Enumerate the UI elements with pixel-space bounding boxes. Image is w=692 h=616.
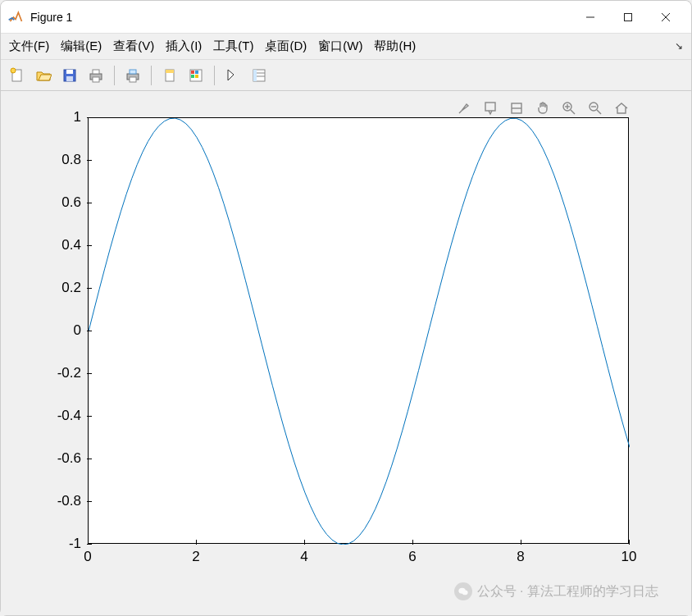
toolbar-separator bbox=[151, 66, 152, 85]
figure-area: -1-0.8-0.6-0.4-0.200.20.40.60.81 0246810… bbox=[1, 91, 691, 615]
svg-rect-7 bbox=[66, 70, 73, 74]
zoom-out-icon[interactable] bbox=[585, 98, 606, 119]
print-preview-button[interactable] bbox=[121, 64, 144, 87]
datatip-icon[interactable] bbox=[480, 98, 501, 119]
y-tick-label: 0.2 bbox=[48, 280, 81, 296]
menu-edit[interactable]: 编辑(E) bbox=[61, 39, 102, 54]
x-tick-label: 4 bbox=[300, 549, 307, 565]
axes-toolbar bbox=[453, 98, 632, 119]
dock-arrow-icon[interactable]: ↘ bbox=[675, 40, 683, 52]
inspector-button[interactable] bbox=[248, 64, 271, 87]
toolbar-separator bbox=[114, 66, 115, 85]
rotate-icon[interactable] bbox=[506, 98, 527, 119]
window-title: Figure 1 bbox=[30, 11, 72, 24]
home-icon[interactable] bbox=[611, 98, 632, 119]
axes[interactable]: -1-0.8-0.6-0.4-0.200.20.40.60.81 0246810 bbox=[88, 117, 629, 544]
y-tick-label: 1 bbox=[48, 109, 81, 125]
minimize-button[interactable] bbox=[571, 4, 609, 30]
y-tick-label: -0.2 bbox=[48, 365, 81, 381]
svg-line-30 bbox=[571, 110, 575, 114]
titlebar: Figure 1 bbox=[1, 1, 691, 34]
data-line bbox=[89, 118, 630, 545]
x-tick-label: 6 bbox=[408, 549, 416, 565]
matlab-icon bbox=[7, 9, 24, 25]
y-tick-label: -0.4 bbox=[48, 408, 81, 424]
toolbar bbox=[1, 60, 691, 91]
menubar: 文件(F) 编辑(E) 查看(V) 插入(I) 工具(T) 桌面(D) 窗口(W… bbox=[1, 34, 691, 60]
x-tick-label: 0 bbox=[84, 549, 91, 565]
print-button[interactable] bbox=[84, 64, 107, 87]
figure-window: Figure 1 文件(F) 编辑(E) 查看(V) 插入(I) 工具(T) 桌… bbox=[0, 0, 692, 616]
svg-rect-11 bbox=[93, 77, 99, 82]
svg-line-34 bbox=[597, 110, 601, 114]
menu-insert[interactable]: 插入(I) bbox=[166, 39, 202, 54]
wechat-icon bbox=[454, 582, 472, 600]
colorbar-button[interactable] bbox=[184, 64, 207, 87]
svg-rect-14 bbox=[130, 77, 136, 82]
menu-desktop[interactable]: 桌面(D) bbox=[265, 39, 307, 54]
save-button[interactable] bbox=[58, 64, 81, 87]
edit-plot-button[interactable] bbox=[221, 64, 244, 87]
x-tick-label: 10 bbox=[621, 549, 637, 565]
y-tick-label: -0.6 bbox=[48, 450, 81, 467]
y-tick-label: 0 bbox=[48, 322, 81, 339]
y-tick-label: 0.8 bbox=[48, 152, 81, 168]
maximize-button[interactable] bbox=[609, 4, 647, 30]
svg-rect-16 bbox=[166, 70, 174, 73]
svg-rect-10 bbox=[93, 70, 99, 74]
watermark-text: 公众号 · 算法工程师的学习日志 bbox=[477, 583, 658, 600]
y-tick-label: 0.4 bbox=[48, 237, 81, 253]
zoom-in-icon[interactable] bbox=[558, 98, 580, 119]
x-tick-label: 8 bbox=[517, 549, 524, 565]
watermark: 公众号 · 算法工程师的学习日志 bbox=[454, 582, 658, 600]
menu-file[interactable]: 文件(F) bbox=[9, 39, 49, 54]
menu-view[interactable]: 查看(V) bbox=[113, 39, 154, 54]
svg-point-37 bbox=[462, 591, 467, 595]
svg-rect-21 bbox=[195, 75, 198, 78]
plot-box bbox=[88, 117, 629, 544]
y-tick-label: -1 bbox=[48, 536, 81, 552]
menu-window[interactable]: 窗口(W) bbox=[318, 39, 362, 54]
toolbar-separator bbox=[214, 66, 215, 85]
svg-rect-13 bbox=[130, 70, 136, 74]
pan-icon[interactable] bbox=[532, 98, 553, 119]
svg-rect-25 bbox=[253, 70, 257, 81]
menu-tools[interactable]: 工具(T) bbox=[213, 39, 253, 54]
svg-rect-8 bbox=[66, 76, 73, 81]
y-tick-label: -0.8 bbox=[48, 493, 81, 509]
line-plot bbox=[89, 118, 630, 545]
y-tick-label: 0.6 bbox=[48, 194, 81, 211]
link-plot-button[interactable] bbox=[158, 64, 181, 87]
svg-rect-20 bbox=[191, 75, 194, 78]
new-figure-button[interactable] bbox=[6, 64, 29, 87]
brush-icon[interactable] bbox=[453, 98, 475, 119]
svg-rect-18 bbox=[191, 71, 194, 74]
svg-rect-19 bbox=[195, 71, 198, 74]
open-button[interactable] bbox=[32, 64, 55, 87]
menu-help[interactable]: 帮助(H) bbox=[374, 39, 416, 54]
x-tick-label: 2 bbox=[192, 549, 199, 565]
svg-rect-26 bbox=[485, 103, 495, 111]
close-button[interactable] bbox=[647, 4, 685, 30]
svg-point-5 bbox=[11, 68, 16, 73]
svg-rect-1 bbox=[625, 13, 632, 21]
